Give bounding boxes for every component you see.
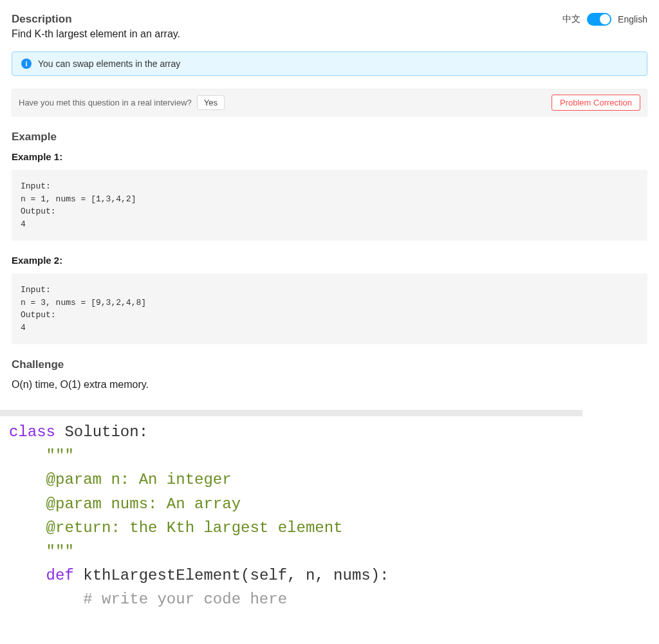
keyword-def: def: [46, 567, 74, 584]
hint-banner: i You can swap elements in the array: [12, 51, 647, 76]
example-1-label: Example 1:: [12, 151, 647, 162]
class-name: Solution:: [64, 423, 148, 441]
language-switch[interactable]: [587, 13, 611, 26]
problem-correction-button[interactable]: Problem Correction: [552, 95, 640, 111]
problem-statement: Find K-th largest element in an array.: [12, 28, 647, 40]
example-1-code: Input: n = 1, nums = [1,3,4,2] Output: 4: [12, 170, 647, 241]
challenge-heading: Challenge: [12, 358, 647, 371]
code-separator: [0, 410, 582, 416]
code-editor[interactable]: class Solution: """ @param n: An integer…: [0, 416, 659, 625]
description-heading: Description: [12, 13, 72, 26]
switch-knob: [600, 14, 610, 24]
docstring-close: """: [46, 543, 74, 560]
docstring-line-3: @return: the Kth largest element: [46, 519, 343, 537]
lang-right-label: English: [618, 14, 647, 24]
hint-text: You can swap elements in the array: [38, 59, 180, 69]
language-toggle: 中文 English: [562, 13, 647, 26]
yes-button[interactable]: Yes: [197, 95, 225, 110]
example-2-code: Input: n = 3, nums = [9,3,2,4,8] Output:…: [12, 273, 647, 344]
info-icon: i: [21, 59, 32, 69]
example-2-label: Example 2:: [12, 255, 647, 266]
docstring-open: """: [46, 447, 74, 465]
example-heading: Example: [12, 131, 647, 143]
docstring-line-2: @param nums: An array: [46, 495, 241, 513]
keyword-class: class: [9, 423, 55, 441]
lang-left-label: 中文: [562, 14, 580, 25]
challenge-text: O(n) time, O(1) extra memory.: [12, 379, 647, 391]
docstring-line-1: @param n: An integer: [46, 471, 232, 488]
interview-bar: Have you met this question in a real int…: [12, 89, 647, 116]
code-comment: # write your code here: [83, 591, 287, 608]
function-signature: kthLargestElement(self, n, nums):: [83, 567, 389, 584]
interview-question: Have you met this question in a real int…: [19, 98, 192, 107]
